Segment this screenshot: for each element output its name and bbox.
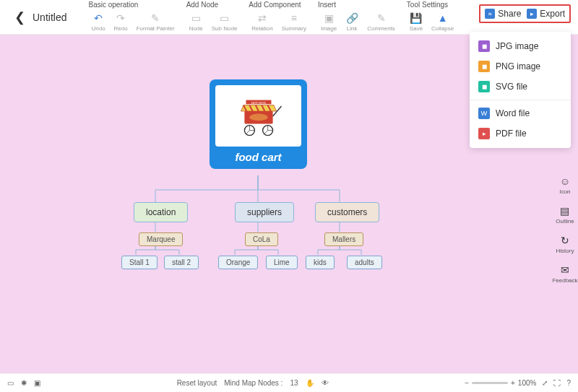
node-stall2[interactable]: stall 2 (164, 256, 199, 269)
sidebar-icon-button[interactable]: ☺Icon (559, 175, 570, 195)
node-stall1[interactable]: Stall 1 (121, 256, 158, 269)
fit-icon[interactable]: ⤢ (542, 379, 548, 387)
smile-icon: ☺ (560, 175, 570, 187)
node-button[interactable]: ▭Node (186, 10, 206, 33)
image-button[interactable]: ▣Image (318, 10, 340, 33)
node-cola[interactable]: CoLa (245, 232, 278, 246)
redo-button[interactable]: ↷Redo (111, 10, 131, 33)
zoom-control[interactable]: − + 100% (465, 379, 536, 387)
status-bar: ▭ ✱ ▣ Reset layout Mind Map Nodes : 13 ✋… (0, 373, 578, 392)
zoom-value: 100% (518, 379, 537, 387)
export-button[interactable]: ▸ Export (527, 9, 565, 19)
pdf-icon: ▸ (478, 128, 490, 139)
summary-button[interactable]: ≡Summary (279, 10, 309, 33)
branch-suppliers: suppliers (235, 202, 294, 222)
export-dropdown: ◼JPG image ◼PNG image ◼SVG file WWord fi… (470, 32, 571, 148)
export-pdf[interactable]: ▸PDF file (470, 123, 571, 144)
branch-customers: customers (315, 202, 379, 222)
sidebar-history-button[interactable]: ↻History (556, 235, 574, 254)
group-addcomp-label: Add Component (249, 1, 309, 9)
word-icon: W (478, 108, 490, 119)
share-button[interactable]: ∝ Share (485, 9, 521, 19)
undo-icon: ↶ (92, 12, 105, 25)
export-svg[interactable]: ◼SVG file (470, 77, 571, 97)
leaf-lime: Lime (266, 255, 298, 269)
document-title[interactable]: Untitled (33, 12, 66, 23)
top-toolbar: ❮ Untitled Basic operation ↶Undo ↷Redo ✎… (0, 0, 578, 35)
group-add-node: Add Node ▭Node ▭Sub Node (186, 1, 241, 33)
format-painter-button[interactable]: ✎Format Painter (134, 10, 178, 33)
reset-layout-button[interactable]: Reset layout (177, 379, 217, 387)
child-cola: CoLa (245, 232, 278, 246)
root-image: HOT DOG (215, 85, 301, 147)
eye-icon[interactable]: 👁 (322, 379, 329, 387)
group-basic-label: Basic operation (88, 1, 177, 9)
food-cart-icon: HOT DOG (233, 91, 284, 141)
hand-icon[interactable]: ✋ (306, 379, 314, 387)
sidebar-outline-button[interactable]: ▤Outline (556, 205, 574, 225)
root-node[interactable]: HOT DOG food cart (210, 79, 307, 169)
hotdog-tag-text: HOT DOG (251, 100, 265, 104)
node-adults[interactable]: adults (347, 256, 382, 269)
zoom-out-button[interactable]: − (465, 379, 469, 387)
group-basic-operation: Basic operation ↶Undo ↷Redo ✎Format Pain… (88, 1, 177, 33)
group-insert: Insert ▣Image 🔗Link ✎Comments (318, 1, 398, 33)
brush-icon: ✎ (149, 12, 162, 25)
child-mallers: Mallers (324, 232, 363, 246)
comment-icon: ✎ (375, 12, 388, 25)
save-button[interactable]: 💾Save (407, 10, 426, 33)
node-lime[interactable]: Lime (266, 256, 298, 269)
export-label: Export (540, 9, 565, 19)
collapse-icon: ▲ (436, 12, 449, 25)
export-word[interactable]: WWord file (470, 103, 571, 123)
group-tool-settings: Tool Settings 💾Save ▲Collapse (407, 1, 457, 33)
child-marquee: Marquee (139, 232, 183, 246)
leaf-adults: adults (347, 255, 382, 269)
save-icon: 💾 (410, 12, 423, 25)
layers-icon[interactable]: ▣ (34, 379, 40, 387)
leaf-orange: Orange (218, 255, 258, 269)
undo-button[interactable]: ↶Undo (88, 10, 108, 33)
zoom-slider[interactable] (472, 382, 508, 384)
link-button[interactable]: 🔗Link (342, 10, 361, 33)
node-suppliers[interactable]: suppliers (235, 202, 294, 222)
node-orange[interactable]: Orange (218, 256, 258, 269)
node-mallers[interactable]: Mallers (324, 232, 363, 246)
export-png[interactable]: ◼PNG image (470, 56, 571, 77)
share-icon: ∝ (485, 9, 495, 19)
sub-node-button[interactable]: ▭Sub Node (209, 10, 241, 33)
back-button[interactable]: ❮ (7, 9, 33, 25)
branch-location: location (134, 202, 188, 222)
relation-button[interactable]: ⇄Relation (249, 10, 275, 33)
leaf-stall1: Stall 1 (121, 255, 158, 269)
export-jpg[interactable]: ◼JPG image (470, 36, 571, 56)
summary-icon: ≡ (288, 12, 301, 25)
export-separator (470, 100, 571, 100)
node-marquee[interactable]: Marquee (139, 232, 183, 246)
node-icon: ▭ (189, 12, 202, 25)
help-icon[interactable]: ? (566, 379, 571, 387)
png-icon: ◼ (478, 61, 490, 72)
svg-icon: ◼ (478, 81, 490, 92)
target-icon[interactable]: ✱ (21, 379, 27, 387)
sidebar-feedback-button[interactable]: ✉Feedback (552, 264, 577, 284)
node-kids[interactable]: kids (306, 256, 335, 269)
share-label: Share (498, 9, 521, 19)
feedback-icon: ✉ (561, 264, 569, 276)
leaf-stall2: stall 2 (164, 255, 199, 269)
group-addnode-label: Add Node (186, 1, 241, 9)
presentation-icon[interactable]: ▭ (7, 379, 14, 387)
node-count: 13 (290, 379, 298, 387)
fullscreen-icon[interactable]: ⛶ (553, 379, 561, 387)
jpg-icon: ◼ (478, 40, 490, 52)
node-location[interactable]: location (134, 202, 188, 222)
collapse-button[interactable]: ▲Collapse (428, 10, 457, 33)
history-icon: ↻ (561, 235, 569, 246)
node-customers[interactable]: customers (315, 202, 379, 222)
group-tools-label: Tool Settings (407, 1, 457, 9)
zoom-in-button[interactable]: + (511, 379, 515, 387)
subnode-icon: ▭ (218, 12, 231, 25)
outline-icon: ▤ (560, 205, 569, 217)
comments-button[interactable]: ✎Comments (364, 10, 398, 33)
group-insert-label: Insert (318, 1, 398, 9)
